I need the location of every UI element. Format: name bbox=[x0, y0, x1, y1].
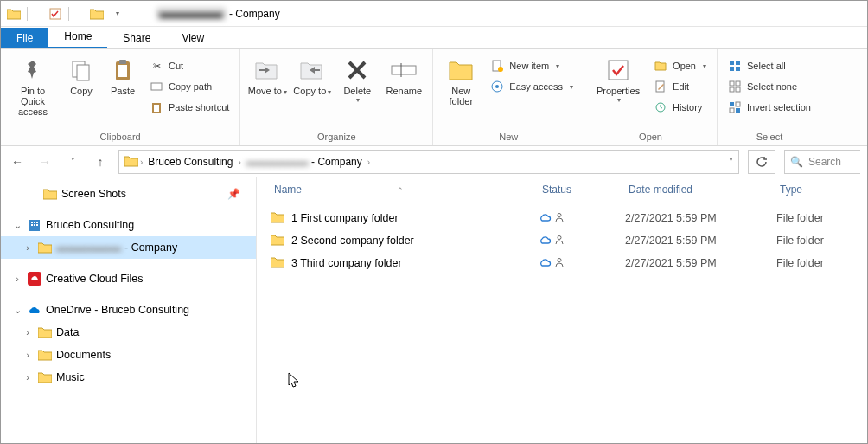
cloud-status-icon bbox=[539, 235, 552, 248]
column-header-name[interactable]: Name⌃ bbox=[271, 183, 539, 196]
history-icon bbox=[654, 100, 667, 114]
edit-button[interactable]: Edit bbox=[650, 77, 710, 96]
svg-rect-22 bbox=[730, 81, 734, 86]
recent-locations-button[interactable]: ˅ bbox=[63, 152, 82, 171]
column-header-date[interactable]: Date modified bbox=[625, 183, 776, 196]
paste-shortcut-icon bbox=[150, 100, 163, 114]
sort-indicator-icon: ⌃ bbox=[397, 186, 404, 195]
pin-icon: 📌 bbox=[227, 188, 240, 200]
file-type: File folder bbox=[776, 235, 846, 247]
select-all-button[interactable]: Select all bbox=[724, 56, 814, 75]
column-header-status[interactable]: Status bbox=[539, 183, 625, 196]
tab-view[interactable]: View bbox=[166, 28, 220, 48]
chevron-right-icon[interactable]: › bbox=[22, 242, 34, 253]
chevron-right-icon[interactable]: › bbox=[22, 372, 34, 383]
rename-icon bbox=[390, 56, 418, 84]
invert-selection-button[interactable]: Invert selection bbox=[724, 98, 814, 117]
svg-rect-34 bbox=[31, 224, 33, 226]
sidebar-item-documents[interactable]: › Documents bbox=[1, 344, 256, 366]
new-item-button[interactable]: New item▾ bbox=[487, 56, 577, 75]
separator bbox=[27, 7, 42, 21]
properties-qat-icon[interactable] bbox=[48, 6, 63, 22]
chevron-down-icon[interactable]: ⌄ bbox=[11, 220, 23, 231]
chevron-right-icon[interactable]: › bbox=[22, 327, 34, 338]
title-redacted: ▬▬▬▬▬▬ bbox=[156, 8, 226, 20]
history-button[interactable]: History bbox=[650, 98, 710, 117]
open-button[interactable]: Open▾ bbox=[650, 56, 710, 75]
tab-share[interactable]: Share bbox=[107, 28, 166, 48]
chevron-right-icon[interactable]: › bbox=[11, 273, 23, 284]
delete-button[interactable]: Delete▾ bbox=[337, 56, 377, 104]
sidebar-item-data[interactable]: › Data bbox=[1, 321, 256, 344]
rename-button[interactable]: Rename bbox=[382, 56, 425, 96]
chevron-down-icon[interactable]: ⌄ bbox=[11, 305, 23, 316]
column-headers: Name⌃ Status Date modified Type bbox=[257, 177, 867, 202]
table-row[interactable]: 2 Second company folder2/27/2021 5:59 PM… bbox=[271, 229, 867, 252]
paste-button[interactable]: Paste bbox=[105, 56, 141, 96]
svg-rect-23 bbox=[736, 81, 740, 86]
properties-button[interactable]: Properties▾ bbox=[591, 56, 645, 104]
sidebar-item-bruceb[interactable]: ⌄ Bruceb Consulting bbox=[1, 214, 256, 236]
move-to-button[interactable]: Move to▾ bbox=[247, 56, 287, 96]
copy-button[interactable]: Copy bbox=[63, 56, 99, 96]
date-modified: 2/27/2021 5:59 PM bbox=[625, 212, 776, 224]
folder-qat-icon[interactable] bbox=[89, 6, 105, 22]
up-button[interactable]: ↑ bbox=[91, 152, 110, 171]
svg-rect-19 bbox=[736, 61, 740, 65]
sidebar-item-music[interactable]: › Music bbox=[1, 366, 256, 389]
chevron-right-icon[interactable]: › bbox=[367, 158, 370, 167]
chevron-right-icon[interactable]: › bbox=[22, 350, 34, 360]
copy-icon bbox=[67, 56, 95, 84]
search-box[interactable]: 🔍 Search bbox=[784, 150, 860, 174]
svg-rect-18 bbox=[730, 61, 734, 65]
delete-icon bbox=[343, 56, 371, 84]
folder-icon bbox=[271, 211, 284, 226]
chevron-right-icon[interactable]: › bbox=[140, 158, 143, 167]
new-item-icon bbox=[490, 59, 504, 73]
breadcrumb[interactable]: › Bruceb Consulting › ▬▬▬▬▬▬ - Company ›… bbox=[118, 150, 739, 174]
sidebar-item-company[interactable]: › ▬▬▬▬▬▬ - Company bbox=[1, 236, 256, 259]
paste-shortcut-button[interactable]: Paste shortcut bbox=[146, 98, 233, 117]
file-name: 1 First company folder bbox=[291, 212, 399, 224]
qat-dropdown-icon[interactable]: ▾ bbox=[110, 6, 125, 22]
folder-icon bbox=[271, 256, 284, 271]
copy-to-icon bbox=[298, 56, 326, 84]
sidebar-item-creative-cloud[interactable]: › Creative Cloud Files bbox=[1, 267, 256, 290]
column-header-type[interactable]: Type bbox=[776, 183, 846, 196]
open-icon bbox=[654, 59, 667, 73]
new-folder-button[interactable]: New folder bbox=[440, 56, 482, 106]
tab-home[interactable]: Home bbox=[48, 26, 107, 48]
copy-path-button[interactable]: Copy path bbox=[146, 77, 233, 96]
crumb-root[interactable]: Bruceb Consulting bbox=[144, 156, 236, 168]
file-name: 2 Second company folder bbox=[291, 235, 414, 247]
ribbon-group-open: Properties▾ Open▾ Edit History Open bbox=[584, 49, 718, 145]
search-placeholder: Search bbox=[808, 156, 841, 168]
cloud-status-icon bbox=[539, 212, 552, 225]
svg-rect-27 bbox=[736, 102, 740, 106]
svg-point-40 bbox=[558, 258, 561, 261]
sidebar-item-screenshots[interactable]: Screen Shots 📌 bbox=[1, 183, 256, 205]
tab-file[interactable]: File bbox=[1, 28, 48, 48]
ribbon-group-clipboard: Pin to Quick access Copy Paste ✂Cut Copy… bbox=[1, 49, 240, 145]
select-none-button[interactable]: Select none bbox=[724, 77, 814, 96]
navigation-pane[interactable]: Screen Shots 📌 ⌄ Bruceb Consulting › ▬▬▬… bbox=[1, 177, 257, 444]
chevron-right-icon[interactable]: › bbox=[238, 158, 240, 167]
address-dropdown-icon[interactable]: ˅ bbox=[729, 158, 733, 167]
easy-access-button[interactable]: Easy access▾ bbox=[487, 77, 577, 96]
copy-to-button[interactable]: Copy to▾ bbox=[292, 56, 332, 96]
pin-to-quick-access-button[interactable]: Pin to Quick access bbox=[8, 56, 58, 117]
back-button[interactable]: ← bbox=[8, 152, 27, 171]
ribbon: Pin to Quick access Copy Paste ✂Cut Copy… bbox=[1, 49, 867, 146]
svg-rect-21 bbox=[736, 67, 740, 71]
paste-icon bbox=[109, 56, 137, 84]
table-row[interactable]: 1 First company folder2/27/2021 5:59 PMF… bbox=[271, 207, 867, 229]
file-name: 3 Third company folder bbox=[291, 257, 402, 269]
table-row[interactable]: 3 Third company folder2/27/2021 5:59 PMF… bbox=[271, 252, 867, 274]
forward-button[interactable]: → bbox=[35, 152, 54, 171]
cut-button[interactable]: ✂Cut bbox=[146, 56, 233, 75]
folder-icon bbox=[37, 325, 53, 340]
crumb-company[interactable]: ▬▬▬▬▬▬ - Company bbox=[243, 156, 366, 168]
refresh-button[interactable] bbox=[748, 150, 775, 174]
sidebar-item-onedrive[interactable]: ⌄ OneDrive - Bruceb Consulting bbox=[1, 299, 256, 321]
svg-point-14 bbox=[495, 85, 499, 88]
